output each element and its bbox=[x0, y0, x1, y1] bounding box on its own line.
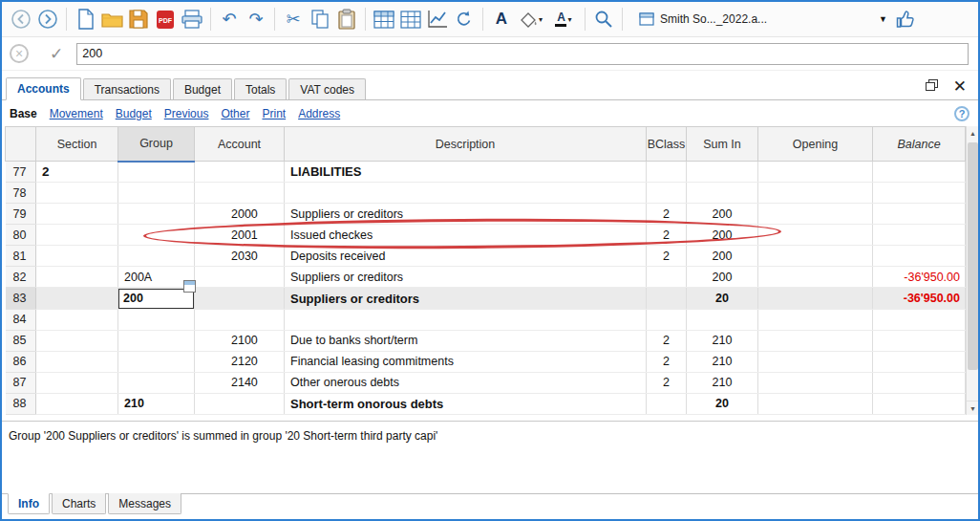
table-cell-bclass[interactable] bbox=[647, 288, 687, 309]
table-cell-sum_in[interactable]: 210 bbox=[687, 372, 758, 393]
table-cell-description[interactable]: Suppliers or creditors bbox=[285, 204, 647, 225]
header-bclass[interactable]: BClass bbox=[647, 127, 687, 162]
row-number-cell[interactable]: 77 bbox=[6, 162, 36, 183]
table-cell-group[interactable]: 200 bbox=[118, 288, 195, 309]
table-cell-opening[interactable] bbox=[758, 330, 873, 351]
row-number-cell[interactable]: 79 bbox=[6, 204, 36, 225]
table-cell-account[interactable] bbox=[195, 309, 285, 330]
copy-button[interactable] bbox=[307, 6, 333, 33]
row-number-cell[interactable]: 80 bbox=[6, 225, 36, 246]
row-number-cell[interactable]: 78 bbox=[6, 183, 36, 204]
table-cell-balance[interactable]: -36'950.00 bbox=[873, 267, 966, 288]
pdf-export-button[interactable]: PDF bbox=[152, 6, 179, 33]
table-cell-bclass[interactable] bbox=[647, 162, 687, 183]
table-cell-description[interactable]: Short-term onorous debts bbox=[285, 393, 647, 414]
table-cell-section[interactable] bbox=[36, 330, 118, 351]
table-cell-bclass[interactable] bbox=[647, 183, 687, 204]
table-cell-opening[interactable] bbox=[758, 204, 873, 225]
header-balance[interactable]: Balance bbox=[873, 127, 966, 162]
background-color-button[interactable]: ▾ bbox=[515, 6, 547, 33]
insert-rows-button[interactable] bbox=[371, 6, 397, 33]
table-cell-section[interactable] bbox=[36, 183, 118, 204]
open-file-button[interactable] bbox=[98, 6, 125, 33]
chart-button[interactable] bbox=[424, 6, 451, 33]
header-opening[interactable]: Opening bbox=[758, 127, 873, 162]
redo-button[interactable]: ↷ bbox=[243, 6, 269, 33]
table-cell-bclass[interactable]: 2 bbox=[647, 204, 687, 225]
table-cell-balance[interactable] bbox=[873, 162, 966, 183]
file-selector-dropdown[interactable]: Smith So..._2022.a... ▼ bbox=[635, 7, 891, 32]
table-cell-sum_in[interactable]: 210 bbox=[687, 330, 758, 351]
table-row[interactable]: 78 bbox=[6, 183, 966, 204]
row-number-cell[interactable]: 81 bbox=[6, 246, 36, 267]
table-cell-section[interactable] bbox=[36, 288, 118, 309]
table-cell-group[interactable] bbox=[118, 372, 195, 393]
table-cell-opening[interactable] bbox=[758, 183, 873, 204]
table-cell-account[interactable] bbox=[195, 288, 285, 309]
tab-totals[interactable]: Totals bbox=[234, 78, 287, 99]
table-cell-sum_in[interactable]: 200 bbox=[687, 225, 758, 246]
table-cell-account[interactable]: 2120 bbox=[195, 351, 285, 372]
table-cell-bclass[interactable] bbox=[647, 393, 687, 414]
table-cell-group[interactable] bbox=[118, 330, 195, 351]
vertical-scrollbar[interactable]: ▲ ▼ bbox=[966, 126, 978, 415]
table-cell-bclass[interactable]: 2 bbox=[647, 351, 687, 372]
table-cell-opening[interactable] bbox=[758, 162, 873, 183]
view-link-movement[interactable]: Movement bbox=[50, 107, 103, 120]
row-number-cell[interactable]: 86 bbox=[6, 351, 36, 372]
table-settings-button[interactable] bbox=[397, 6, 424, 33]
table-cell-group[interactable] bbox=[118, 351, 195, 372]
table-cell-description[interactable]: Financial leasing commitments bbox=[285, 351, 647, 372]
view-link-print[interactable]: Print bbox=[262, 107, 286, 120]
table-cell-description[interactable] bbox=[285, 309, 647, 330]
table-cell-sum_in[interactable]: 200 bbox=[687, 204, 758, 225]
table-cell-account[interactable] bbox=[195, 183, 285, 204]
tab-accounts[interactable]: Accounts bbox=[6, 77, 81, 100]
paste-button[interactable] bbox=[333, 6, 360, 33]
view-link-address[interactable]: Address bbox=[298, 107, 340, 120]
table-cell-balance[interactable] bbox=[873, 393, 966, 414]
table-cell-group[interactable] bbox=[118, 204, 195, 225]
table-cell-opening[interactable] bbox=[758, 351, 873, 372]
table-cell-section[interactable] bbox=[36, 225, 118, 246]
row-number-cell[interactable]: 85 bbox=[6, 330, 36, 351]
table-cell-sum_in[interactable]: 200 bbox=[687, 267, 758, 288]
new-file-button[interactable] bbox=[72, 6, 98, 33]
cut-button[interactable]: ✂ bbox=[280, 6, 307, 33]
table-row[interactable]: 802001Issued checkes2200 bbox=[6, 225, 966, 246]
row-number-cell[interactable]: 83 bbox=[6, 288, 36, 309]
cell-options-icon[interactable] bbox=[183, 280, 196, 293]
scroll-down-icon[interactable]: ▼ bbox=[967, 401, 979, 415]
table-cell-account[interactable] bbox=[195, 393, 285, 414]
bottom-tab-info[interactable]: Info bbox=[8, 493, 50, 514]
table-cell-sum_in[interactable]: 20 bbox=[687, 393, 758, 414]
table-cell-bclass[interactable]: 2 bbox=[647, 372, 687, 393]
table-cell-description[interactable]: Suppliers or creditors bbox=[285, 288, 647, 309]
view-link-other[interactable]: Other bbox=[221, 107, 249, 120]
table-cell-account[interactable]: 2140 bbox=[195, 372, 285, 393]
table-row[interactable]: 872140Other onerous debts2210 bbox=[6, 372, 966, 393]
table-cell-balance[interactable] bbox=[873, 246, 966, 267]
table-row[interactable]: 862120Financial leasing commitments2210 bbox=[6, 351, 966, 372]
table-cell-sum_in[interactable] bbox=[687, 162, 758, 183]
table-cell-sum_in[interactable] bbox=[687, 309, 758, 330]
table-row[interactable]: 852100Due to banks short/term2210 bbox=[6, 330, 966, 351]
dropdown-arrow-icon[interactable]: ▼ bbox=[879, 14, 887, 24]
table-cell-balance[interactable] bbox=[873, 351, 966, 372]
print-button[interactable] bbox=[179, 6, 205, 33]
table-cell-account[interactable]: 2001 bbox=[195, 225, 285, 246]
row-number-cell[interactable]: 82 bbox=[6, 267, 36, 288]
header-description[interactable]: Description bbox=[285, 127, 647, 162]
table-cell-sum_in[interactable]: 20 bbox=[687, 288, 758, 309]
table-cell-sum_in[interactable]: 210 bbox=[687, 351, 758, 372]
table-cell-opening[interactable] bbox=[758, 288, 873, 309]
header-section[interactable]: Section bbox=[36, 127, 118, 162]
table-cell-bclass[interactable]: 2 bbox=[647, 225, 687, 246]
table-row[interactable]: 84 bbox=[6, 309, 966, 330]
table-row[interactable]: 82200ASuppliers or creditors200-36'950.0… bbox=[6, 267, 966, 288]
table-row[interactable]: 772LIABILITIES bbox=[6, 162, 966, 183]
table-row[interactable]: 812030Deposits received2200 bbox=[6, 246, 966, 267]
table-cell-group[interactable] bbox=[118, 162, 195, 183]
accept-edit-button[interactable]: ✓ bbox=[50, 44, 63, 64]
table-cell-account[interactable]: 2030 bbox=[195, 246, 285, 267]
